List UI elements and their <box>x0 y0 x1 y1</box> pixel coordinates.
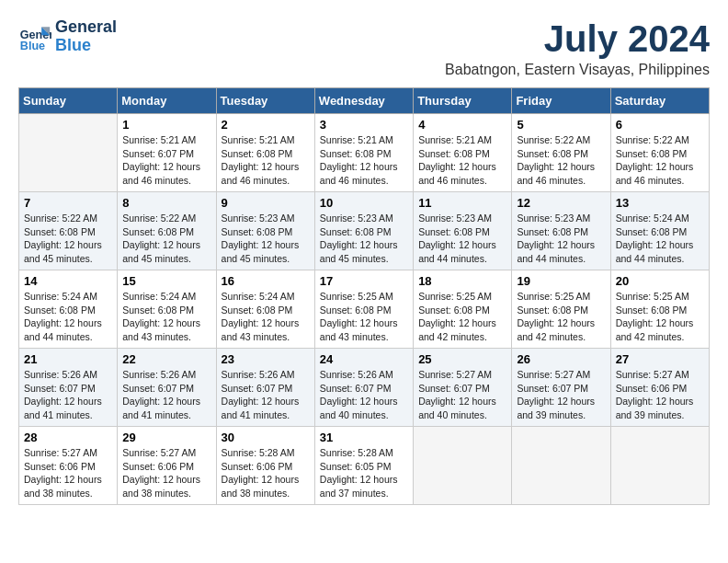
day-info: Sunrise: 5:24 AM Sunset: 6:08 PM Dayligh… <box>122 290 210 344</box>
day-info: Sunrise: 5:25 AM Sunset: 6:08 PM Dayligh… <box>517 290 605 344</box>
calendar-cell: 1Sunrise: 5:21 AM Sunset: 6:07 PM Daylig… <box>118 114 216 192</box>
title-block: July 2024 Babatngon, Eastern Visayas, Ph… <box>445 18 710 78</box>
day-info: Sunrise: 5:21 AM Sunset: 6:08 PM Dayligh… <box>320 133 408 188</box>
day-info: Sunrise: 5:23 AM Sunset: 6:08 PM Dayligh… <box>222 212 310 266</box>
calendar-cell: 11Sunrise: 5:23 AM Sunset: 6:08 PM Dayli… <box>414 192 512 270</box>
day-info: Sunrise: 5:27 AM Sunset: 6:06 PM Dayligh… <box>122 446 210 500</box>
calendar-cell <box>414 427 512 505</box>
day-number: 8 <box>122 196 210 210</box>
day-number: 14 <box>24 274 112 288</box>
calendar-cell: 19Sunrise: 5:25 AM Sunset: 6:08 PM Dayli… <box>512 270 610 349</box>
day-number: 24 <box>320 352 408 366</box>
day-number: 29 <box>122 431 210 444</box>
calendar-cell: 3Sunrise: 5:21 AM Sunset: 6:08 PM Daylig… <box>314 114 413 192</box>
day-info: Sunrise: 5:28 AM Sunset: 6:05 PM Dayligh… <box>320 446 408 500</box>
calendar-cell <box>610 427 709 505</box>
calendar-cell: 26Sunrise: 5:27 AM Sunset: 6:07 PM Dayli… <box>512 349 610 427</box>
day-info: Sunrise: 5:24 AM Sunset: 6:08 PM Dayligh… <box>24 290 112 344</box>
calendar-cell: 16Sunrise: 5:24 AM Sunset: 6:08 PM Dayli… <box>216 270 314 349</box>
calendar-week-2: 7Sunrise: 5:22 AM Sunset: 6:08 PM Daylig… <box>19 192 710 270</box>
calendar-cell: 12Sunrise: 5:23 AM Sunset: 6:08 PM Dayli… <box>512 192 610 270</box>
day-info: Sunrise: 5:27 AM Sunset: 6:07 PM Dayligh… <box>517 368 605 422</box>
svg-text:Blue: Blue <box>20 39 45 52</box>
calendar-cell: 13Sunrise: 5:24 AM Sunset: 6:08 PM Dayli… <box>610 192 709 270</box>
page-header: General Blue General Blue July 2024 Baba… <box>18 18 710 78</box>
day-number: 30 <box>222 431 310 444</box>
location-title: Babatngon, Eastern Visayas, Philippines <box>445 62 710 78</box>
day-info: Sunrise: 5:21 AM Sunset: 6:08 PM Dayligh… <box>222 133 310 188</box>
calendar-week-1: 1Sunrise: 5:21 AM Sunset: 6:07 PM Daylig… <box>19 114 710 192</box>
day-number: 15 <box>122 274 210 288</box>
calendar-week-4: 21Sunrise: 5:26 AM Sunset: 6:07 PM Dayli… <box>19 349 710 427</box>
calendar-cell: 22Sunrise: 5:26 AM Sunset: 6:07 PM Dayli… <box>118 349 216 427</box>
day-number: 2 <box>222 118 310 132</box>
day-info: Sunrise: 5:24 AM Sunset: 6:08 PM Dayligh… <box>616 212 704 266</box>
calendar-cell: 14Sunrise: 5:24 AM Sunset: 6:08 PM Dayli… <box>19 270 118 349</box>
header-monday: Monday <box>118 88 216 114</box>
header-wednesday: Wednesday <box>314 88 413 114</box>
day-info: Sunrise: 5:22 AM Sunset: 6:08 PM Dayligh… <box>122 212 210 266</box>
calendar-cell: 2Sunrise: 5:21 AM Sunset: 6:08 PM Daylig… <box>216 114 314 192</box>
day-info: Sunrise: 5:23 AM Sunset: 6:08 PM Dayligh… <box>320 212 408 266</box>
day-info: Sunrise: 5:23 AM Sunset: 6:08 PM Dayligh… <box>418 212 506 266</box>
day-number: 19 <box>517 274 605 288</box>
day-number: 3 <box>320 118 408 132</box>
calendar-cell <box>512 427 610 505</box>
month-title: July 2024 <box>445 18 710 60</box>
day-number: 12 <box>517 196 605 210</box>
day-number: 22 <box>122 352 210 366</box>
day-number: 11 <box>418 196 506 210</box>
calendar-cell: 24Sunrise: 5:26 AM Sunset: 6:07 PM Dayli… <box>314 349 413 427</box>
day-number: 26 <box>517 352 605 366</box>
calendar-cell <box>19 114 118 192</box>
day-info: Sunrise: 5:23 AM Sunset: 6:08 PM Dayligh… <box>517 212 605 266</box>
calendar-cell: 28Sunrise: 5:27 AM Sunset: 6:06 PM Dayli… <box>19 427 118 505</box>
calendar-cell: 7Sunrise: 5:22 AM Sunset: 6:08 PM Daylig… <box>19 192 118 270</box>
calendar-week-3: 14Sunrise: 5:24 AM Sunset: 6:08 PM Dayli… <box>19 270 710 349</box>
calendar-cell: 6Sunrise: 5:22 AM Sunset: 6:08 PM Daylig… <box>610 114 709 192</box>
day-info: Sunrise: 5:21 AM Sunset: 6:08 PM Dayligh… <box>418 133 506 188</box>
calendar-cell: 25Sunrise: 5:27 AM Sunset: 6:07 PM Dayli… <box>414 349 512 427</box>
day-info: Sunrise: 5:22 AM Sunset: 6:08 PM Dayligh… <box>517 133 605 188</box>
day-number: 4 <box>418 118 506 132</box>
day-number: 5 <box>517 118 605 132</box>
day-info: Sunrise: 5:21 AM Sunset: 6:07 PM Dayligh… <box>122 133 210 188</box>
calendar-cell: 8Sunrise: 5:22 AM Sunset: 6:08 PM Daylig… <box>118 192 216 270</box>
header-thursday: Thursday <box>414 88 512 114</box>
day-info: Sunrise: 5:26 AM Sunset: 6:07 PM Dayligh… <box>320 368 408 422</box>
logo-text-blue: Blue <box>55 37 117 55</box>
calendar-cell: 20Sunrise: 5:25 AM Sunset: 6:08 PM Dayli… <box>610 270 709 349</box>
day-number: 16 <box>222 274 310 288</box>
logo-icon: General Blue <box>18 20 51 53</box>
header-friday: Friday <box>512 88 610 114</box>
day-number: 6 <box>616 118 704 132</box>
day-number: 18 <box>418 274 506 288</box>
day-number: 17 <box>320 274 408 288</box>
day-number: 13 <box>616 196 704 210</box>
day-info: Sunrise: 5:22 AM Sunset: 6:08 PM Dayligh… <box>24 212 112 266</box>
day-number: 27 <box>616 352 704 366</box>
day-info: Sunrise: 5:27 AM Sunset: 6:06 PM Dayligh… <box>616 368 704 422</box>
calendar-cell: 21Sunrise: 5:26 AM Sunset: 6:07 PM Dayli… <box>19 349 118 427</box>
header-sunday: Sunday <box>19 88 118 114</box>
calendar-cell: 30Sunrise: 5:28 AM Sunset: 6:06 PM Dayli… <box>216 427 314 505</box>
day-info: Sunrise: 5:28 AM Sunset: 6:06 PM Dayligh… <box>222 446 310 500</box>
calendar-cell: 17Sunrise: 5:25 AM Sunset: 6:08 PM Dayli… <box>314 270 413 349</box>
calendar-cell: 10Sunrise: 5:23 AM Sunset: 6:08 PM Dayli… <box>314 192 413 270</box>
calendar-header-row: SundayMondayTuesdayWednesdayThursdayFrid… <box>19 88 710 114</box>
calendar-cell: 4Sunrise: 5:21 AM Sunset: 6:08 PM Daylig… <box>414 114 512 192</box>
calendar-cell: 29Sunrise: 5:27 AM Sunset: 6:06 PM Dayli… <box>118 427 216 505</box>
calendar-cell: 18Sunrise: 5:25 AM Sunset: 6:08 PM Dayli… <box>414 270 512 349</box>
day-number: 20 <box>616 274 704 288</box>
header-saturday: Saturday <box>610 88 709 114</box>
day-number: 21 <box>24 352 112 366</box>
day-number: 25 <box>418 352 506 366</box>
calendar-cell: 9Sunrise: 5:23 AM Sunset: 6:08 PM Daylig… <box>216 192 314 270</box>
header-tuesday: Tuesday <box>216 88 314 114</box>
logo-text-general: General <box>55 18 117 37</box>
calendar-week-5: 28Sunrise: 5:27 AM Sunset: 6:06 PM Dayli… <box>19 427 710 505</box>
calendar-cell: 5Sunrise: 5:22 AM Sunset: 6:08 PM Daylig… <box>512 114 610 192</box>
day-number: 10 <box>320 196 408 210</box>
day-info: Sunrise: 5:25 AM Sunset: 6:08 PM Dayligh… <box>320 290 408 344</box>
day-info: Sunrise: 5:22 AM Sunset: 6:08 PM Dayligh… <box>616 133 704 188</box>
